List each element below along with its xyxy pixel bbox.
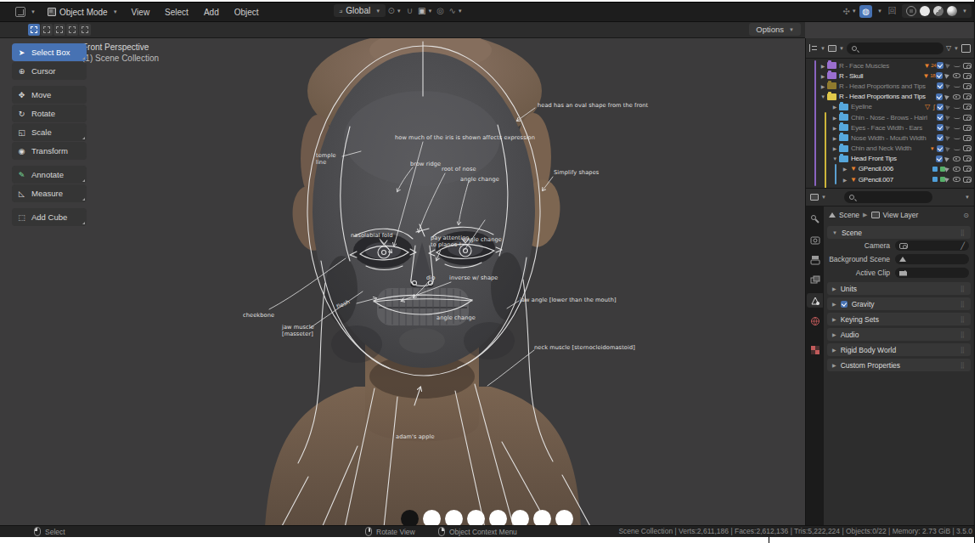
camera-icon[interactable] xyxy=(963,135,972,141)
selectable-icon[interactable] xyxy=(945,83,951,89)
exclude-checkbox[interactable] xyxy=(937,145,943,152)
filter-objects-dropdown[interactable]: ▼ xyxy=(828,45,844,52)
carousel-dot[interactable] xyxy=(401,510,419,525)
eye-open-icon[interactable] xyxy=(953,156,960,161)
select-mode-set-icon[interactable] xyxy=(28,24,40,36)
outliner-row-collection[interactable]: ▶ R - Skull ▼18 xyxy=(806,71,974,81)
eye-closed-icon[interactable] xyxy=(954,116,960,119)
selectable-icon[interactable] xyxy=(945,114,951,120)
camera-icon[interactable] xyxy=(963,63,972,69)
carousel-dot[interactable] xyxy=(489,510,507,525)
camera-icon[interactable] xyxy=(963,83,972,89)
proportional-editing-icon[interactable]: ◎ xyxy=(434,4,447,17)
outliner-row-collection[interactable]: ▶ Eyeline ▽ʃ xyxy=(806,102,974,112)
filter-dropdown[interactable]: ▽▼ xyxy=(946,44,959,52)
tab-texture[interactable] xyxy=(807,342,823,357)
select-mode-subtract-icon[interactable] xyxy=(54,24,65,36)
expand-arrow-icon[interactable]: ▶ xyxy=(819,83,826,89)
carousel-dot[interactable] xyxy=(467,510,485,525)
new-collection-button[interactable] xyxy=(961,44,971,53)
exclude-checkbox[interactable] xyxy=(936,93,943,100)
expand-arrow-icon[interactable]: ▶ xyxy=(831,104,838,110)
panel-audio[interactable]: ▶Audio⣿ xyxy=(827,328,971,341)
active-clip-field[interactable] xyxy=(895,268,969,278)
tool-rotate[interactable]: ↻Rotate xyxy=(12,105,87,122)
camera-icon[interactable] xyxy=(963,73,972,79)
expand-arrow-icon[interactable]: ▶ xyxy=(819,63,826,69)
camera-icon[interactable] xyxy=(963,177,972,183)
tab-view-layer[interactable] xyxy=(807,273,823,287)
outliner-row-collection[interactable]: ▶ R - Face Muscles ▼24 xyxy=(806,60,974,71)
camera-icon[interactable] xyxy=(963,166,972,172)
panel-rigid-body-world[interactable]: ▶Rigid Body World⣿ xyxy=(827,343,971,356)
expand-arrow-icon[interactable]: ▶ xyxy=(842,166,848,172)
tab-scene[interactable] xyxy=(807,293,823,308)
exclude-checkbox[interactable] xyxy=(937,124,943,131)
tool-cursor[interactable]: ⊕Cursor xyxy=(12,62,87,80)
show-gizmo-icon[interactable]: ✣▼ xyxy=(843,5,856,18)
camera-icon[interactable] xyxy=(963,125,972,131)
tool-select-box[interactable]: ➤Select Box xyxy=(12,43,87,61)
eye-closed-icon[interactable] xyxy=(954,147,960,150)
expand-arrow-icon[interactable]: ▼ xyxy=(831,156,838,161)
selectable-icon[interactable] xyxy=(944,176,950,182)
exclude-checkbox[interactable] xyxy=(937,62,943,69)
properties-editor-type-dropdown[interactable]: ▼ xyxy=(810,194,826,201)
selectable-icon[interactable] xyxy=(945,135,951,141)
eye-open-icon[interactable] xyxy=(953,167,960,172)
select-mode-extend-icon[interactable] xyxy=(41,24,53,36)
selectable-icon[interactable] xyxy=(945,104,951,110)
toggle-xray-icon[interactable]: 回 xyxy=(886,5,898,18)
falloff-dropdown[interactable]: ∿▼ xyxy=(449,4,462,17)
viewport-3d[interactable]: Front Perspective (1) Scene Collection ➤… xyxy=(0,38,805,525)
tab-render[interactable] xyxy=(807,232,823,246)
panel-scene[interactable]: ▼ Scene ⣿ xyxy=(827,226,971,239)
camera-icon[interactable] xyxy=(963,93,972,99)
properties-search-input[interactable] xyxy=(844,191,932,203)
carousel-dot[interactable] xyxy=(445,510,463,525)
display-mode-dropdown[interactable]: ▼ xyxy=(809,44,825,52)
menu-object[interactable]: Object xyxy=(228,5,266,20)
panel-units[interactable]: ▶Units⣿ xyxy=(827,282,971,295)
outliner-row-object[interactable]: ▶ ▼ GPencil.006 xyxy=(806,164,974,174)
exclude-checkbox[interactable] xyxy=(936,72,943,79)
select-mode-intersect-icon[interactable] xyxy=(79,24,91,36)
eye-open-icon[interactable] xyxy=(953,94,960,99)
eyedropper-icon[interactable]: ╱ xyxy=(960,242,965,250)
camera-icon[interactable] xyxy=(963,104,972,110)
panel-custom-properties[interactable]: ▶Custom Properties⣿ xyxy=(827,359,971,371)
expand-arrow-icon[interactable]: ▶ xyxy=(819,73,826,79)
snap-target-dropdown[interactable]: ▣▼ xyxy=(419,4,431,17)
tab-output[interactable] xyxy=(807,252,823,267)
outliner-row-collection[interactable]: ▼ Head Front Tips xyxy=(806,154,974,164)
expand-arrow-icon[interactable]: ▶ xyxy=(831,145,838,151)
exclude-checkbox[interactable] xyxy=(936,156,943,162)
carousel-dot[interactable] xyxy=(555,510,573,525)
camera-icon[interactable] xyxy=(963,156,972,161)
selectable-icon[interactable] xyxy=(945,145,951,151)
chevron-down-icon[interactable]: ▼ xyxy=(965,195,970,200)
gravity-checkbox[interactable] xyxy=(841,301,848,308)
expand-arrow-icon[interactable]: ▶ xyxy=(842,177,848,183)
pin-icon[interactable]: ⊙ xyxy=(963,212,969,219)
outliner-row-collection[interactable]: ▶ Chin and Neck Width ▼ xyxy=(806,144,974,154)
expand-arrow-icon[interactable]: ▼ xyxy=(819,94,826,99)
eye-open-icon[interactable] xyxy=(953,73,960,78)
panel-keying-sets[interactable]: ▶Keying Sets⣿ xyxy=(827,313,971,325)
outliner-row-collection[interactable]: ▶ Chin - Nose - Brows - Hairl xyxy=(806,112,974,122)
selectable-icon[interactable] xyxy=(944,156,950,161)
tool-measure[interactable]: ◺Measure xyxy=(12,184,87,202)
tool-transform[interactable]: ◉Transform xyxy=(12,142,87,160)
shading-material-icon[interactable] xyxy=(933,6,943,16)
eye-closed-icon[interactable] xyxy=(954,105,960,109)
background-scene-field[interactable] xyxy=(895,254,969,264)
exclude-checkbox[interactable] xyxy=(937,104,943,110)
select-mode-invert-icon[interactable] xyxy=(66,24,78,36)
expand-arrow-icon[interactable]: ▶ xyxy=(831,135,838,141)
outliner-row-collection[interactable]: ▶ Eyes - Face Width - Ears xyxy=(806,122,974,133)
camera-icon[interactable] xyxy=(963,115,972,121)
outliner-row-object[interactable]: ▶ ▼ GPencil.007 xyxy=(806,174,974,184)
tool-move[interactable]: ✥Move xyxy=(12,86,87,104)
selectable-icon[interactable] xyxy=(944,93,950,99)
exclude-checkbox[interactable] xyxy=(937,114,943,121)
